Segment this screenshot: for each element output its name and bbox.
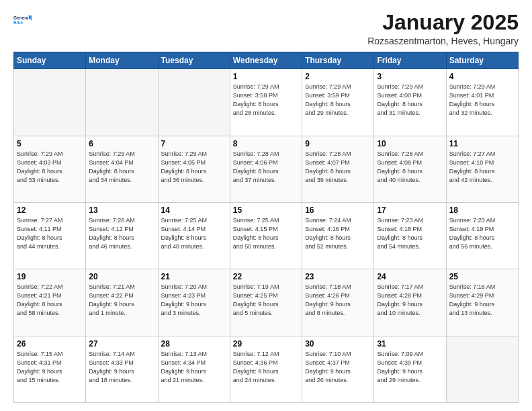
day-number: 10 [377, 139, 443, 148]
day-number: 9 [305, 139, 371, 148]
calendar-cell: 12Sunrise: 7:27 AMSunset: 4:11 PMDayligh… [14, 202, 86, 269]
location: Rozsaszentmarton, Heves, Hungary [367, 36, 519, 46]
svg-text:General: General [13, 15, 30, 20]
day-number: 5 [17, 139, 83, 148]
calendar-cell: 18Sunrise: 7:23 AMSunset: 4:19 PMDayligh… [446, 202, 518, 269]
month-title: January 2025 [367, 11, 519, 34]
logo: GeneralBlue [13, 11, 32, 30]
calendar-cell: 16Sunrise: 7:24 AMSunset: 4:16 PMDayligh… [302, 202, 374, 269]
calendar-week-1: 1Sunrise: 7:29 AMSunset: 3:58 PMDaylight… [14, 69, 519, 136]
calendar-cell: 24Sunrise: 7:17 AMSunset: 4:28 PMDayligh… [374, 269, 446, 336]
day-detail: Sunrise: 7:17 AMSunset: 4:28 PMDaylight:… [377, 283, 443, 318]
col-wednesday: Wednesday [230, 52, 302, 69]
day-number: 27 [89, 339, 154, 349]
calendar-cell: 25Sunrise: 7:16 AMSunset: 4:29 PMDayligh… [446, 269, 518, 336]
day-detail: Sunrise: 7:29 AMSunset: 3:59 PMDaylight:… [305, 83, 371, 118]
day-number: 6 [89, 139, 154, 148]
day-number: 21 [161, 272, 227, 281]
day-detail: Sunrise: 7:27 AMSunset: 4:11 PMDaylight:… [17, 216, 83, 251]
day-number: 19 [17, 272, 83, 281]
day-number: 17 [377, 205, 443, 215]
col-thursday: Thursday [302, 52, 374, 69]
day-detail: Sunrise: 7:29 AMSunset: 4:01 PMDaylight:… [449, 83, 515, 118]
calendar-cell: 26Sunrise: 7:15 AMSunset: 4:31 PMDayligh… [14, 336, 86, 402]
day-number: 23 [305, 272, 371, 281]
calendar-cell: 10Sunrise: 7:28 AMSunset: 4:08 PMDayligh… [374, 136, 446, 202]
day-detail: Sunrise: 7:29 AMSunset: 4:03 PMDaylight:… [17, 150, 83, 185]
day-number: 4 [449, 72, 515, 81]
header: GeneralBlue January 2025 Rozsaszentmarto… [13, 11, 519, 46]
day-number: 15 [233, 205, 299, 215]
day-number: 20 [89, 272, 154, 281]
col-tuesday: Tuesday [158, 52, 230, 69]
day-number: 12 [17, 205, 83, 215]
calendar-cell: 31Sunrise: 7:09 AMSunset: 4:39 PMDayligh… [374, 336, 446, 402]
calendar-cell [86, 69, 158, 136]
day-detail: Sunrise: 7:29 AMSunset: 4:00 PMDaylight:… [377, 83, 443, 118]
day-detail: Sunrise: 7:23 AMSunset: 4:18 PMDaylight:… [377, 216, 443, 251]
calendar-cell [446, 336, 518, 402]
day-number: 14 [161, 205, 227, 215]
day-number: 1 [233, 72, 299, 81]
day-detail: Sunrise: 7:22 AMSunset: 4:21 PMDaylight:… [17, 283, 83, 318]
day-number: 2 [305, 72, 371, 81]
day-number: 30 [305, 339, 371, 349]
day-detail: Sunrise: 7:29 AMSunset: 3:58 PMDaylight:… [233, 83, 299, 118]
day-number: 7 [161, 139, 227, 148]
day-detail: Sunrise: 7:27 AMSunset: 4:10 PMDaylight:… [449, 150, 515, 185]
day-detail: Sunrise: 7:13 AMSunset: 4:34 PMDaylight:… [161, 350, 227, 385]
day-detail: Sunrise: 7:18 AMSunset: 4:26 PMDaylight:… [305, 283, 371, 318]
calendar-cell: 13Sunrise: 7:26 AMSunset: 4:12 PMDayligh… [86, 202, 158, 269]
calendar-cell [14, 69, 86, 136]
day-detail: Sunrise: 7:14 AMSunset: 4:33 PMDaylight:… [89, 350, 154, 385]
day-detail: Sunrise: 7:29 AMSunset: 4:04 PMDaylight:… [89, 150, 154, 185]
day-detail: Sunrise: 7:29 AMSunset: 4:05 PMDaylight:… [161, 150, 227, 185]
calendar-cell: 2Sunrise: 7:29 AMSunset: 3:59 PMDaylight… [302, 69, 374, 136]
day-number: 8 [233, 139, 299, 148]
calendar-cell: 21Sunrise: 7:20 AMSunset: 4:23 PMDayligh… [158, 269, 230, 336]
day-number: 11 [449, 139, 515, 148]
calendar-table: Sunday Monday Tuesday Wednesday Thursday… [13, 52, 519, 403]
calendar-cell: 4Sunrise: 7:29 AMSunset: 4:01 PMDaylight… [446, 69, 518, 136]
day-detail: Sunrise: 7:24 AMSunset: 4:16 PMDaylight:… [305, 216, 371, 251]
calendar-cell: 29Sunrise: 7:12 AMSunset: 4:36 PMDayligh… [230, 336, 302, 402]
day-number: 18 [449, 205, 515, 215]
day-number: 26 [17, 339, 83, 349]
calendar-week-3: 12Sunrise: 7:27 AMSunset: 4:11 PMDayligh… [14, 202, 519, 269]
calendar-cell: 8Sunrise: 7:28 AMSunset: 4:06 PMDaylight… [230, 136, 302, 202]
calendar-page: GeneralBlue January 2025 Rozsaszentmarto… [0, 0, 532, 411]
day-number: 31 [377, 339, 443, 349]
calendar-cell: 14Sunrise: 7:25 AMSunset: 4:14 PMDayligh… [158, 202, 230, 269]
calendar-cell: 23Sunrise: 7:18 AMSunset: 4:26 PMDayligh… [302, 269, 374, 336]
title-block: January 2025 Rozsaszentmarton, Heves, Hu… [367, 11, 519, 46]
day-number: 24 [377, 272, 443, 281]
day-detail: Sunrise: 7:15 AMSunset: 4:31 PMDaylight:… [17, 350, 83, 385]
calendar-cell: 5Sunrise: 7:29 AMSunset: 4:03 PMDaylight… [14, 136, 86, 202]
col-friday: Friday [374, 52, 446, 69]
day-detail: Sunrise: 7:10 AMSunset: 4:37 PMDaylight:… [305, 350, 371, 385]
calendar-week-5: 26Sunrise: 7:15 AMSunset: 4:31 PMDayligh… [14, 336, 519, 402]
calendar-cell: 7Sunrise: 7:29 AMSunset: 4:05 PMDaylight… [158, 136, 230, 202]
day-detail: Sunrise: 7:09 AMSunset: 4:39 PMDaylight:… [377, 350, 443, 385]
calendar-cell: 22Sunrise: 7:19 AMSunset: 4:25 PMDayligh… [230, 269, 302, 336]
day-detail: Sunrise: 7:23 AMSunset: 4:19 PMDaylight:… [449, 216, 515, 251]
day-number: 25 [449, 272, 515, 281]
day-detail: Sunrise: 7:20 AMSunset: 4:23 PMDaylight:… [161, 283, 227, 318]
day-detail: Sunrise: 7:25 AMSunset: 4:15 PMDaylight:… [233, 216, 299, 251]
day-number: 16 [305, 205, 371, 215]
day-number: 13 [89, 205, 154, 215]
calendar-cell: 19Sunrise: 7:22 AMSunset: 4:21 PMDayligh… [14, 269, 86, 336]
calendar-cell: 27Sunrise: 7:14 AMSunset: 4:33 PMDayligh… [86, 336, 158, 402]
calendar-cell: 30Sunrise: 7:10 AMSunset: 4:37 PMDayligh… [302, 336, 374, 402]
day-detail: Sunrise: 7:21 AMSunset: 4:22 PMDaylight:… [89, 283, 154, 318]
day-number: 22 [233, 272, 299, 281]
calendar-week-2: 5Sunrise: 7:29 AMSunset: 4:03 PMDaylight… [14, 136, 519, 202]
calendar-cell: 20Sunrise: 7:21 AMSunset: 4:22 PMDayligh… [86, 269, 158, 336]
header-row: Sunday Monday Tuesday Wednesday Thursday… [14, 52, 519, 69]
day-detail: Sunrise: 7:12 AMSunset: 4:36 PMDaylight:… [233, 350, 299, 385]
logo-icon: GeneralBlue [13, 11, 32, 30]
day-detail: Sunrise: 7:28 AMSunset: 4:06 PMDaylight:… [233, 150, 299, 185]
calendar-cell [158, 69, 230, 136]
svg-text:Blue: Blue [13, 20, 23, 25]
col-saturday: Saturday [446, 52, 518, 69]
